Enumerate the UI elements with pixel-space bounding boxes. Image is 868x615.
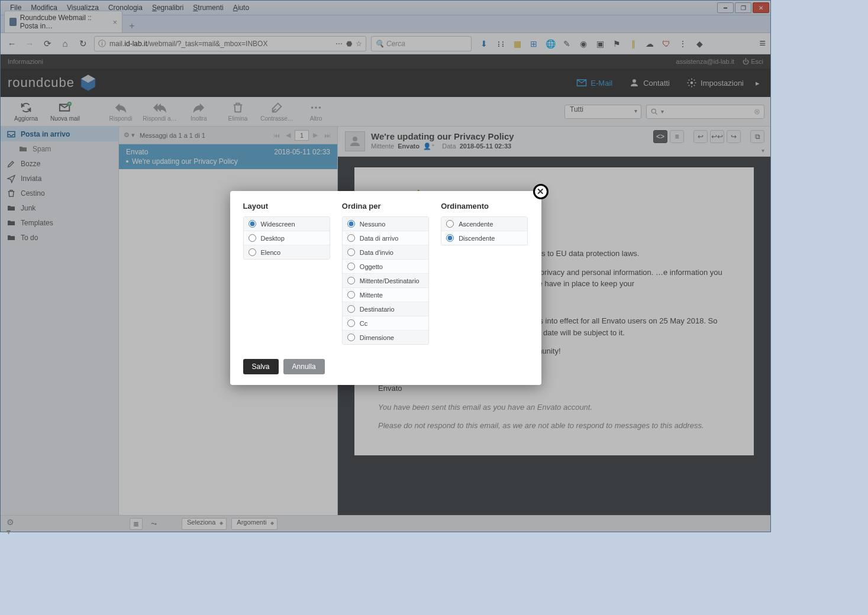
list-options-dialog: ✕ Layout WidescreenDesktopElenco Ordina … (230, 191, 541, 385)
radio-layout-widescreen[interactable]: Widescreen (244, 217, 330, 231)
radio-layout-desktop[interactable]: Desktop (244, 231, 330, 245)
radio-sort-oggetto[interactable]: Oggetto (343, 260, 428, 274)
radio-sort-dimensione[interactable]: Dimensione (343, 331, 428, 344)
radio-order-discendente[interactable]: Discendente (441, 231, 527, 245)
radio-sort-cc[interactable]: Cc (343, 316, 428, 331)
radio-sort-mittente-destinatario[interactable]: Mittente/Destinatario (343, 274, 428, 288)
dialog-close-button[interactable]: ✕ (533, 184, 548, 199)
col-layout-title: Layout (243, 202, 330, 211)
radio-sort-nessuno[interactable]: Nessuno (343, 217, 428, 231)
col-order-title: Ordinamento (441, 202, 528, 211)
radio-sort-data-d-invio[interactable]: Data d'invio (343, 245, 428, 260)
cancel-button[interactable]: Annulla (283, 359, 325, 374)
modal-overlay: ✕ Layout WidescreenDesktopElenco Ordina … (1, 1, 770, 532)
radio-sort-data-di-arrivo[interactable]: Data di arrivo (343, 231, 428, 245)
radio-order-ascendente[interactable]: Ascendente (441, 217, 527, 231)
radio-sort-destinatario[interactable]: Destinatario (343, 302, 428, 316)
radio-layout-elenco[interactable]: Elenco (244, 245, 330, 259)
radio-sort-mittente[interactable]: Mittente (343, 288, 428, 302)
col-sort-title: Ordina per (342, 202, 429, 211)
save-button[interactable]: Salva (243, 359, 279, 374)
